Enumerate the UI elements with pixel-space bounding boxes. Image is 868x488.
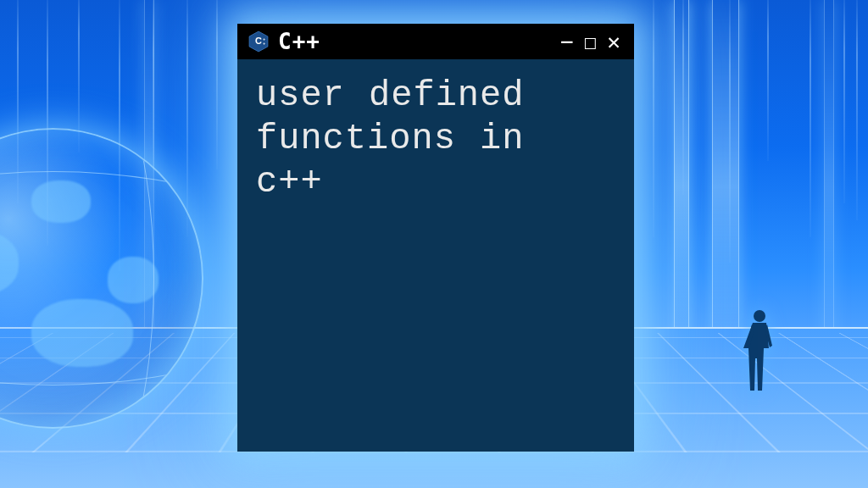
app-window: C + + C++ − ☐ ✕ user defined functions i…: [237, 24, 634, 452]
cpp-logo-icon: C + +: [248, 30, 270, 53]
scene: C + + C++ − ☐ ✕ user defined functions i…: [0, 0, 868, 488]
light-pillar: [712, 0, 739, 373]
window-content-text: user defined functions in c++: [256, 75, 615, 205]
svg-text:+: +: [263, 42, 265, 46]
window-title: C++: [278, 29, 320, 54]
close-button[interactable]: ✕: [602, 30, 626, 53]
window-body: user defined functions in c++: [237, 59, 634, 452]
svg-point-0: [754, 310, 765, 322]
person-silhouette: [743, 308, 776, 396]
minimize-button[interactable]: −: [555, 30, 579, 53]
light-pillar: [824, 0, 834, 373]
titlebar[interactable]: C + + C++ − ☐ ✕: [237, 24, 634, 59]
light-pillar: [674, 0, 689, 373]
maximize-button[interactable]: ☐: [579, 30, 603, 53]
svg-text:C: C: [255, 36, 262, 46]
svg-text:+: +: [263, 37, 265, 42]
